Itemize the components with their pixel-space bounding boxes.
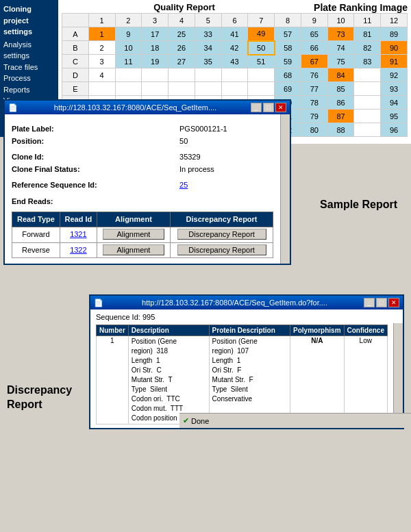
grid-cell[interactable] bbox=[354, 96, 381, 110]
row-confidence: Low bbox=[344, 336, 387, 425]
popup1-maximize-btn[interactable]: □ bbox=[263, 103, 274, 112]
grid-cell[interactable]: 79 bbox=[301, 110, 327, 123]
grid-cell[interactable]: 81 bbox=[354, 27, 381, 41]
grid-cell[interactable] bbox=[88, 82, 115, 96]
grid-cell[interactable] bbox=[115, 82, 142, 96]
grid-cell[interactable] bbox=[142, 82, 169, 96]
grid-cell[interactable]: 94 bbox=[381, 96, 408, 110]
grid-cell[interactable]: 76 bbox=[301, 68, 327, 82]
grid-cell[interactable]: 58 bbox=[275, 41, 301, 55]
grid-cell[interactable]: 42 bbox=[221, 41, 248, 55]
grid-cell[interactable]: 34 bbox=[195, 41, 221, 55]
grid-cell[interactable]: 3 bbox=[88, 55, 115, 68]
popup2-minimize-btn[interactable]: _ bbox=[364, 298, 375, 307]
grid-cell[interactable]: 57 bbox=[275, 27, 301, 41]
grid-cell[interactable]: 4 bbox=[88, 68, 115, 82]
grid-cell[interactable]: 35 bbox=[195, 55, 221, 68]
seq-id-val[interactable]: 995 bbox=[142, 313, 155, 321]
grid-cell[interactable]: 10 bbox=[115, 41, 142, 55]
grid-cell[interactable]: 67 bbox=[301, 55, 327, 68]
disc-btn-reverse[interactable]: Discrepancy Report bbox=[177, 244, 266, 255]
grid-cell[interactable] bbox=[195, 82, 221, 96]
grid-cell[interactable]: 50 bbox=[248, 41, 275, 55]
row-protein-desc: Position (Gene region) 107 Length 1 Ori … bbox=[209, 336, 290, 425]
popup2-scrollbar[interactable] bbox=[393, 323, 403, 413]
grid-cell[interactable]: 73 bbox=[327, 27, 354, 41]
grid-cell[interactable]: 84 bbox=[327, 68, 354, 82]
grid-cell[interactable] bbox=[221, 68, 248, 82]
popup2-close-btn[interactable]: ✕ bbox=[388, 298, 399, 307]
grid-cell[interactable]: 18 bbox=[142, 41, 169, 55]
grid-cell[interactable] bbox=[248, 82, 275, 96]
grid-cell[interactable] bbox=[195, 68, 221, 82]
alignment-btn-forward[interactable]: Alignment bbox=[103, 229, 164, 240]
grid-cell[interactable]: 85 bbox=[327, 82, 354, 96]
grid-cell[interactable]: 93 bbox=[381, 82, 408, 96]
grid-cell[interactable]: 66 bbox=[301, 41, 327, 55]
popup1-minimize-btn[interactable]: _ bbox=[251, 103, 262, 112]
grid-cell[interactable] bbox=[354, 110, 381, 123]
grid-cell[interactable]: 88 bbox=[327, 123, 354, 137]
grid-cell[interactable]: 91 bbox=[381, 55, 408, 68]
grid-cell[interactable]: 1 bbox=[88, 27, 115, 41]
grid-cell[interactable] bbox=[169, 82, 195, 96]
grid-cell[interactable]: 96 bbox=[381, 123, 408, 137]
grid-cell[interactable]: 92 bbox=[381, 68, 408, 82]
grid-cell[interactable] bbox=[248, 68, 275, 82]
grid-cell[interactable]: 27 bbox=[169, 55, 195, 68]
grid-cell[interactable]: 41 bbox=[221, 27, 248, 41]
popup1-close-btn[interactable]: ✕ bbox=[275, 103, 286, 112]
grid-cell[interactable]: 2 bbox=[88, 41, 115, 55]
grid-cell[interactable]: 19 bbox=[142, 55, 169, 68]
grid-cell[interactable]: 78 bbox=[301, 96, 327, 110]
grid-cell[interactable]: 9 bbox=[115, 27, 142, 41]
grid-cell[interactable] bbox=[354, 123, 381, 137]
grid-cell[interactable]: 26 bbox=[169, 41, 195, 55]
grid-cell[interactable] bbox=[354, 82, 381, 96]
sidebar-item-trace[interactable]: Trace files bbox=[3, 62, 55, 73]
popup1-scrollbar[interactable] bbox=[280, 114, 290, 264]
clone-status-key: Clone Final Status: bbox=[12, 165, 80, 173]
grid-cell[interactable]: 82 bbox=[354, 41, 381, 55]
sidebar-item-process[interactable]: Process bbox=[3, 73, 55, 84]
disc-btn-forward[interactable]: Discrepancy Report bbox=[177, 229, 266, 240]
grid-cell[interactable]: 11 bbox=[115, 55, 142, 68]
grid-cell[interactable]: 17 bbox=[142, 27, 169, 41]
grid-cell[interactable]: 80 bbox=[301, 123, 327, 137]
grid-cell[interactable]: 59 bbox=[275, 55, 301, 68]
grid-cell[interactable] bbox=[142, 68, 169, 82]
popup1-content: Plate Label: PGS000121-1 Position: 50 Cl… bbox=[5, 114, 280, 264]
grid-cell[interactable]: 86 bbox=[327, 96, 354, 110]
plate-ranking-title: Plate Ranking Image bbox=[314, 2, 408, 13]
grid-cell[interactable]: 87 bbox=[327, 110, 354, 123]
sidebar-item-analysis[interactable]: Analysis settings bbox=[3, 39, 55, 62]
grid-cell[interactable]: 74 bbox=[327, 41, 354, 55]
grid-cell[interactable]: 68 bbox=[275, 68, 301, 82]
grid-cell[interactable] bbox=[169, 68, 195, 82]
grid-cell[interactable]: 49 bbox=[248, 27, 275, 41]
grid-cell[interactable] bbox=[221, 82, 248, 96]
grid-cell[interactable]: 77 bbox=[301, 82, 327, 96]
read-id-1321[interactable]: 1321 bbox=[70, 230, 86, 238]
seq-id-line: Sequence Id: 995 bbox=[96, 313, 388, 321]
grid-cell[interactable]: 69 bbox=[275, 82, 301, 96]
grid-cell[interactable] bbox=[354, 68, 381, 82]
grid-cell[interactable]: 89 bbox=[381, 27, 408, 41]
grid-cell[interactable]: 51 bbox=[248, 55, 275, 68]
grid-cell[interactable]: 90 bbox=[381, 41, 408, 55]
popup2-maximize-btn[interactable]: □ bbox=[376, 298, 387, 307]
grid-cell[interactable]: 95 bbox=[381, 110, 408, 123]
alignment-btn-reverse[interactable]: Alignment bbox=[103, 244, 164, 255]
grid-cell[interactable]: 25 bbox=[169, 27, 195, 41]
sidebar-item-reports[interactable]: Reports bbox=[3, 84, 55, 96]
grid-cell[interactable]: 43 bbox=[221, 55, 248, 68]
grid-cell[interactable]: 83 bbox=[354, 55, 381, 68]
ref-seq-val[interactable]: 25 bbox=[179, 181, 188, 189]
read-id-1322[interactable]: 1322 bbox=[70, 246, 86, 254]
col-alignment: Alignment bbox=[97, 212, 170, 227]
grid-cell[interactable] bbox=[115, 68, 142, 82]
grid-cell[interactable]: 33 bbox=[195, 27, 221, 41]
end-reads-table: Read Type Read Id Alignment Discrepancy … bbox=[12, 212, 273, 259]
grid-cell[interactable]: 65 bbox=[301, 27, 327, 41]
grid-cell[interactable]: 75 bbox=[327, 55, 354, 68]
